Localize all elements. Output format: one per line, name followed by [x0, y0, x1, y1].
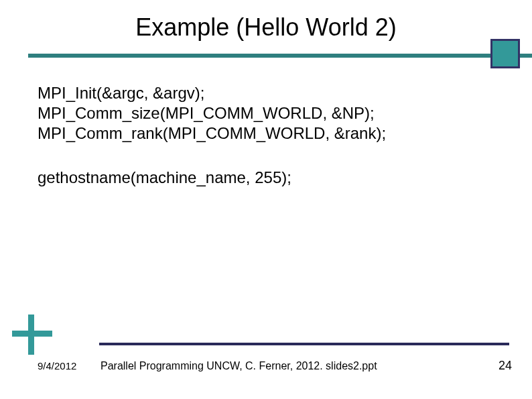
footer-page-number: 24 [498, 359, 512, 373]
code-block-1: MPI_Init(&argc, &argv); MPI_Comm_size(MP… [38, 83, 532, 144]
slide: Example (Hello World 2) MPI_Init(&argc, … [0, 0, 532, 399]
slide-footer: 9/4/2012 Parallel Programming UNCW, C. F… [0, 357, 532, 384]
code-block-2: gethostname(machine_name, 255); [38, 168, 532, 188]
code-line: MPI_Comm_rank(MPI_COMM_WORLD, &rank); [38, 123, 532, 144]
footer-text: Parallel Programming UNCW, C. Ferner, 20… [101, 360, 377, 372]
slide-content: MPI_Init(&argc, &argv); MPI_Comm_size(MP… [0, 59, 532, 188]
footer-date: 9/4/2012 [38, 360, 76, 372]
code-line: gethostname(machine_name, 255); [38, 168, 532, 188]
slide-title: Example (Hello World 2) [0, 0, 532, 54]
title-divider [28, 54, 532, 58]
code-line: MPI_Comm_size(MPI_COMM_WORLD, &NP); [38, 103, 532, 123]
footer-cross-icon [12, 331, 52, 337]
title-divider-wrap [0, 54, 532, 59]
code-line: MPI_Init(&argc, &argv); [38, 83, 532, 103]
footer-divider [99, 343, 509, 345]
title-accent-square-icon [490, 39, 520, 68]
